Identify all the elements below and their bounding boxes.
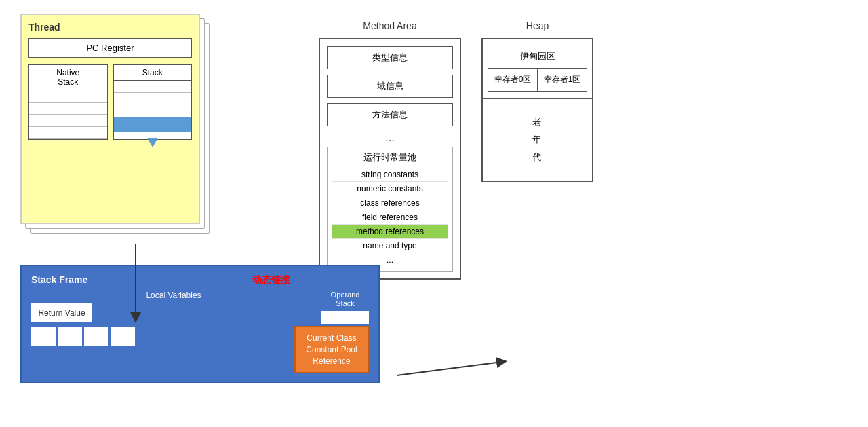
stack-row-2 [114, 93, 192, 105]
svg-line-1 [397, 362, 502, 375]
native-row-2 [29, 103, 107, 115]
native-row-3 [29, 115, 107, 127]
stack-label: Stack [114, 65, 192, 81]
method-area-title: Method Area [319, 20, 461, 31]
stack-arrow-down [147, 138, 158, 147]
native-stack-label: NativeStack [29, 65, 107, 90]
stack-row-blue [114, 117, 192, 132]
thread-label: Thread [28, 22, 192, 33]
yiyuan-label: 伊甸园区 [488, 45, 587, 69]
thread-box: Thread PC Register NativeStack Stack [20, 14, 200, 224]
method-area-item-method: 方法信息 [327, 103, 453, 126]
runtime-pool-field-ref: field references [332, 210, 448, 225]
local-vars-cells [31, 327, 316, 346]
constant-pool-ref-box: Current Class Constant Pool Reference [294, 326, 369, 373]
stack-frame-area: Stack Frame 动态链接 Local Variables Return … [20, 265, 251, 383]
operand-cell-1 [321, 311, 369, 324]
method-area-item-domain: 域信息 [327, 75, 453, 98]
main-container: Thread PC Register NativeStack Stack [0, 0, 868, 427]
stack-frame-label: Stack Frame [31, 274, 369, 285]
stack-row-1 [114, 81, 192, 93]
survivor-0-cell: 幸存者0区 [488, 69, 538, 91]
stacks-row: NativeStack Stack [28, 64, 192, 140]
runtime-pool-class-ref: class references [332, 196, 448, 210]
native-stack-box: NativeStack [28, 64, 108, 140]
runtime-pool-string: string constants [332, 168, 448, 182]
local-variables-label: Local Variables [31, 291, 316, 300]
local-var-cell-4 [111, 327, 135, 346]
left-section: Thread PC Register NativeStack Stack [20, 14, 251, 383]
runtime-pool-group: 运行时常量池 string constants numeric constant… [327, 147, 453, 272]
stack-frame-box: Stack Frame 动态链接 Local Variables Return … [20, 265, 380, 383]
local-var-cell-2 [58, 327, 82, 346]
stack-row-3 [114, 105, 192, 117]
old-gen-label: 老年代 [532, 113, 542, 166]
method-area-section: Method Area 类型信息 域信息 方法信息 ... 运行时常量池 str… [319, 20, 461, 280]
local-var-cell-1 [31, 327, 56, 346]
runtime-pool-name-type: name and type [332, 239, 448, 253]
native-row-4 [29, 127, 107, 139]
local-variables-area: Local Variables Return Value [31, 291, 316, 346]
heap-title: Heap [481, 20, 593, 31]
survivor-1-cell: 幸存者1区 [538, 69, 587, 91]
runtime-pool-method-ref: method references [332, 225, 448, 239]
heap-section: Heap 伊甸园区 幸存者0区 幸存者1区 老年代 [481, 20, 593, 182]
survivor-row: 幸存者0区 幸存者1区 [488, 69, 587, 92]
heap-top: 伊甸园区 幸存者0区 幸存者1区 [483, 39, 592, 99]
operand-stack-label: OperandStack [321, 291, 369, 308]
old-gen-area: 老年代 [483, 99, 592, 181]
method-area-box: 类型信息 域信息 方法信息 ... 运行时常量池 string constant… [319, 38, 461, 280]
dynamic-link-label: 动态链接 [252, 274, 290, 286]
stack-box: Stack [113, 64, 193, 140]
native-row-1 [29, 90, 107, 103]
pc-register: PC Register [28, 38, 192, 58]
method-area-dots-1: ... [327, 132, 453, 144]
constant-pool-ref-text: Current Class Constant Pool Reference [306, 333, 357, 366]
runtime-pool-title: 运行时常量池 [332, 151, 448, 164]
method-area-item-type: 类型信息 [327, 46, 453, 69]
heap-box: 伊甸园区 幸存者0区 幸存者1区 老年代 [481, 38, 593, 182]
runtime-pool-numeric: numeric constants [332, 182, 448, 196]
return-value-box: Return Value [31, 303, 92, 322]
local-var-cell-3 [84, 327, 108, 346]
